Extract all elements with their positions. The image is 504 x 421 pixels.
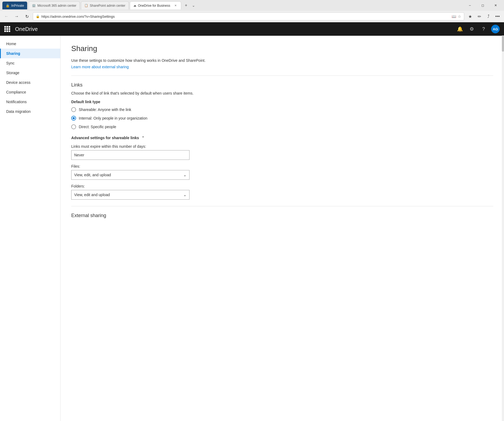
page-title: Sharing bbox=[71, 44, 493, 53]
refresh-button[interactable]: ↻ bbox=[23, 12, 31, 21]
sidebar-item-home[interactable]: Home bbox=[0, 39, 60, 49]
tab-m365-label: Microsoft 365 admin center bbox=[37, 4, 76, 8]
tab-onedrive-icon: ☁ bbox=[133, 4, 136, 7]
chevron-up-icon: ⌃ bbox=[142, 136, 144, 140]
sidebar-item-compliance[interactable]: Compliance bbox=[0, 87, 60, 97]
files-dropdown[interactable]: View, edit, and upload ⌄ bbox=[71, 170, 190, 180]
user-avatar[interactable]: AG bbox=[491, 25, 500, 33]
external-sharing-header: External sharing bbox=[71, 213, 493, 218]
expiry-label: Links must expire within this number of … bbox=[71, 144, 493, 149]
page-description: Use these settings to customize how shar… bbox=[71, 58, 493, 63]
tab-onedrive[interactable]: ☁ OneDrive for Business ✕ bbox=[130, 1, 181, 9]
links-section-header: Links bbox=[71, 82, 493, 88]
restore-button[interactable]: ◻ bbox=[477, 1, 489, 10]
section-divider-2 bbox=[71, 206, 493, 206]
radio-internal-circle[interactable] bbox=[71, 116, 76, 121]
radio-shareable-circle[interactable] bbox=[71, 107, 76, 112]
sidebar-item-storage[interactable]: Storage bbox=[0, 68, 60, 78]
app-grid-icon[interactable] bbox=[4, 26, 10, 32]
tab-overflow-button[interactable]: ⌄ bbox=[191, 2, 196, 9]
favorite-icon[interactable]: ☆ bbox=[458, 14, 461, 19]
tab-sharepoint-label: SharePoint admin center bbox=[90, 4, 125, 8]
tab-inprivate-label: InPrivate bbox=[11, 4, 24, 8]
tab-m365-icon: 🏢 bbox=[32, 4, 36, 7]
radio-direct-label: Direct: Specific people bbox=[79, 125, 116, 129]
section-divider-1 bbox=[71, 75, 493, 76]
files-dropdown-value: View, edit, and upload bbox=[74, 173, 111, 177]
scrollbar-thumb[interactable] bbox=[502, 35, 504, 52]
advanced-settings-label: Advanced settings for shareable links bbox=[71, 136, 139, 140]
pen-icon[interactable]: ✏ bbox=[475, 12, 484, 21]
folders-label: Folders: bbox=[71, 184, 493, 188]
folders-dropdown-arrow-icon: ⌄ bbox=[183, 193, 187, 197]
radio-internal[interactable]: Internal: Only people in your organizati… bbox=[71, 116, 493, 121]
sidebar-sharing-label: Sharing bbox=[6, 51, 20, 56]
help-icon[interactable]: ? bbox=[479, 25, 488, 33]
advanced-settings-toggle[interactable]: Advanced settings for shareable links ⌃ bbox=[71, 136, 493, 140]
sidebar-storage-label: Storage bbox=[6, 71, 19, 75]
default-link-type-label: Default link type bbox=[71, 100, 493, 104]
folders-dropdown[interactable]: View, edit and upload ⌄ bbox=[71, 190, 190, 200]
sidebar-item-notifications[interactable]: Notifications bbox=[0, 97, 60, 107]
app-title: OneDrive bbox=[15, 26, 38, 32]
sidebar-compliance-label: Compliance bbox=[6, 90, 26, 94]
app-header: OneDrive 🔔 ⚙ ? AG bbox=[0, 22, 504, 36]
sidebar-item-sync[interactable]: Sync bbox=[0, 58, 60, 68]
back-button[interactable]: ← bbox=[2, 12, 11, 21]
sidebar-home-label: Home bbox=[6, 42, 16, 46]
sidebar-device-access-label: Device access bbox=[6, 80, 30, 85]
settings-menu-icon[interactable]: ••• bbox=[493, 12, 502, 21]
read-mode-icon[interactable]: 📖 bbox=[452, 14, 456, 19]
folders-dropdown-value: View, edit and upload bbox=[74, 193, 110, 197]
notification-bell-icon[interactable]: 🔔 bbox=[456, 25, 464, 33]
close-window-button[interactable]: ✕ bbox=[489, 1, 502, 10]
scrollbar[interactable] bbox=[502, 35, 504, 421]
links-section-description: Choose the kind of link that's selected … bbox=[71, 91, 493, 95]
expiry-input[interactable] bbox=[71, 150, 190, 160]
lock-icon: 🔒 bbox=[36, 15, 40, 18]
radio-shareable-label: Shareable: Anyone with the link bbox=[79, 107, 131, 112]
new-tab-button[interactable]: + bbox=[182, 2, 190, 9]
url-text: https://admin.onedrive.com/?v=SharingSet… bbox=[41, 15, 450, 19]
tab-sharepoint[interactable]: 📋 SharePoint admin center bbox=[81, 1, 129, 9]
tab-onedrive-label: OneDrive for Business bbox=[138, 4, 170, 8]
sidebar-item-device-access[interactable]: Device access bbox=[0, 78, 60, 87]
tab-sharepoint-icon: 📋 bbox=[84, 4, 88, 7]
radio-direct-circle[interactable] bbox=[71, 124, 76, 129]
inprivate-icon: 🔒 bbox=[6, 4, 10, 8]
address-bar[interactable]: 🔒 https://admin.onedrive.com/?v=SharingS… bbox=[33, 12, 464, 20]
radio-direct[interactable]: Direct: Specific people bbox=[71, 124, 493, 129]
radio-shareable[interactable]: Shareable: Anyone with the link bbox=[71, 107, 493, 112]
radio-internal-label: Internal: Only people in your organizati… bbox=[79, 116, 147, 120]
close-tab-icon[interactable]: ✕ bbox=[173, 3, 178, 8]
sidebar-notifications-label: Notifications bbox=[6, 100, 27, 104]
forward-button[interactable]: → bbox=[12, 12, 21, 21]
files-label: Files: bbox=[71, 164, 493, 168]
files-dropdown-arrow-icon: ⌄ bbox=[183, 173, 187, 177]
sidebar-sync-label: Sync bbox=[6, 61, 15, 65]
sidebar: Home Sharing Sync Storage Device access … bbox=[0, 36, 60, 421]
minimize-button[interactable]: – bbox=[464, 1, 476, 10]
tab-inprivate[interactable]: 🔒 InPrivate bbox=[2, 1, 27, 9]
sidebar-item-data-migration[interactable]: Data migration bbox=[0, 107, 60, 116]
settings-gear-icon[interactable]: ⚙ bbox=[467, 25, 476, 33]
learn-more-link[interactable]: Learn more about external sharing bbox=[71, 65, 129, 69]
content-area: Sharing Use these settings to customize … bbox=[60, 36, 504, 421]
sidebar-data-migration-label: Data migration bbox=[6, 109, 31, 114]
share-icon[interactable]: ⤴ bbox=[484, 12, 493, 21]
tab-m365[interactable]: 🏢 Microsoft 365 admin center bbox=[28, 1, 80, 9]
link-type-radio-group: Shareable: Anyone with the link Internal… bbox=[71, 107, 493, 129]
favorites-icon[interactable]: ★ bbox=[466, 12, 474, 21]
sidebar-item-sharing[interactable]: Sharing bbox=[0, 49, 60, 58]
